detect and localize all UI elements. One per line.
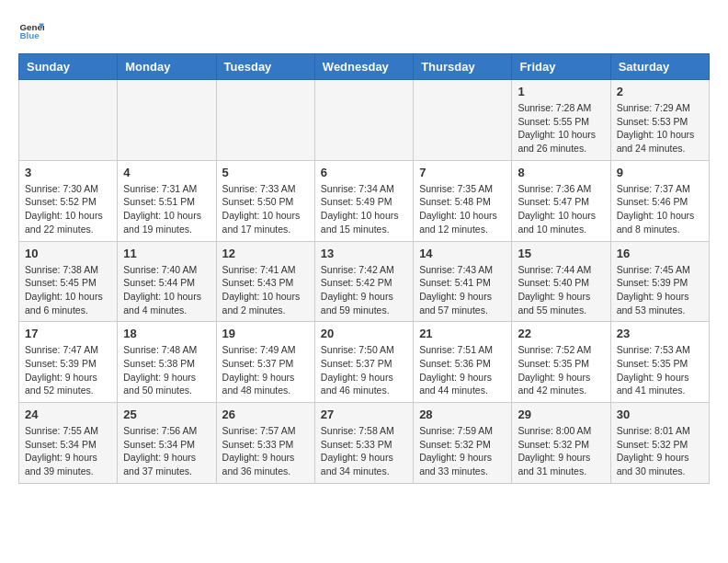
day-number: 14 bbox=[419, 247, 506, 260]
day-number: 13 bbox=[321, 247, 407, 260]
day-info: Sunrise: 7:28 AM Sunset: 5:55 PM Dayligh… bbox=[518, 101, 604, 155]
day-number: 30 bbox=[617, 408, 703, 421]
calendar-cell: 25Sunrise: 7:56 AM Sunset: 5:34 PM Dayli… bbox=[118, 403, 216, 484]
day-info: Sunrise: 7:59 AM Sunset: 5:32 PM Dayligh… bbox=[419, 424, 506, 478]
day-number: 18 bbox=[123, 327, 210, 340]
day-number: 9 bbox=[617, 166, 703, 179]
day-number: 7 bbox=[419, 166, 506, 179]
day-number: 17 bbox=[25, 327, 111, 340]
day-info: Sunrise: 7:35 AM Sunset: 5:48 PM Dayligh… bbox=[419, 182, 506, 236]
day-of-week-header: Tuesday bbox=[216, 54, 314, 80]
day-info: Sunrise: 7:50 AM Sunset: 5:37 PM Dayligh… bbox=[321, 343, 407, 397]
day-number: 22 bbox=[518, 327, 604, 340]
header: General Blue bbox=[18, 18, 710, 44]
logo: General Blue bbox=[18, 18, 48, 44]
calendar-cell: 14Sunrise: 7:43 AM Sunset: 5:41 PM Dayli… bbox=[414, 241, 512, 322]
day-of-week-header: Wednesday bbox=[314, 54, 413, 80]
day-info: Sunrise: 7:58 AM Sunset: 5:33 PM Dayligh… bbox=[321, 424, 407, 478]
day-number: 24 bbox=[25, 408, 111, 421]
day-of-week-header: Sunday bbox=[19, 54, 118, 80]
day-number: 3 bbox=[25, 166, 111, 179]
calendar-cell: 17Sunrise: 7:47 AM Sunset: 5:39 PM Dayli… bbox=[19, 322, 118, 403]
day-number: 8 bbox=[518, 166, 604, 179]
calendar-cell: 21Sunrise: 7:51 AM Sunset: 5:36 PM Dayli… bbox=[414, 322, 512, 403]
calendar-cell: 10Sunrise: 7:38 AM Sunset: 5:45 PM Dayli… bbox=[19, 241, 118, 322]
day-info: Sunrise: 7:51 AM Sunset: 5:36 PM Dayligh… bbox=[419, 343, 506, 397]
calendar-cell: 30Sunrise: 8:01 AM Sunset: 5:32 PM Dayli… bbox=[610, 403, 709, 484]
calendar-cell: 19Sunrise: 7:49 AM Sunset: 5:37 PM Dayli… bbox=[216, 322, 314, 403]
calendar-cell: 18Sunrise: 7:48 AM Sunset: 5:38 PM Dayli… bbox=[118, 322, 216, 403]
day-info: Sunrise: 7:43 AM Sunset: 5:41 PM Dayligh… bbox=[419, 263, 506, 317]
day-number: 15 bbox=[518, 247, 604, 260]
day-number: 25 bbox=[123, 408, 210, 421]
calendar-cell: 29Sunrise: 8:00 AM Sunset: 5:32 PM Dayli… bbox=[512, 403, 610, 484]
day-number: 16 bbox=[617, 247, 703, 260]
calendar-cell: 26Sunrise: 7:57 AM Sunset: 5:33 PM Dayli… bbox=[216, 403, 314, 484]
day-of-week-header: Friday bbox=[512, 54, 610, 80]
calendar-cell: 23Sunrise: 7:53 AM Sunset: 5:35 PM Dayli… bbox=[610, 322, 709, 403]
calendar-cell: 15Sunrise: 7:44 AM Sunset: 5:40 PM Dayli… bbox=[512, 241, 610, 322]
calendar-cell: 22Sunrise: 7:52 AM Sunset: 5:35 PM Dayli… bbox=[512, 322, 610, 403]
day-number: 6 bbox=[321, 166, 407, 179]
calendar-cell: 20Sunrise: 7:50 AM Sunset: 5:37 PM Dayli… bbox=[314, 322, 413, 403]
day-of-week-header: Monday bbox=[118, 54, 216, 80]
day-number: 11 bbox=[123, 247, 210, 260]
calendar-cell: 12Sunrise: 7:41 AM Sunset: 5:43 PM Dayli… bbox=[216, 241, 314, 322]
day-info: Sunrise: 7:56 AM Sunset: 5:34 PM Dayligh… bbox=[123, 424, 210, 478]
day-info: Sunrise: 7:37 AM Sunset: 5:46 PM Dayligh… bbox=[617, 182, 703, 236]
day-info: Sunrise: 7:40 AM Sunset: 5:44 PM Dayligh… bbox=[123, 263, 210, 317]
day-number: 12 bbox=[222, 247, 309, 260]
logo-icon: General Blue bbox=[18, 18, 44, 44]
calendar-cell: 6Sunrise: 7:34 AM Sunset: 5:49 PM Daylig… bbox=[314, 160, 413, 241]
day-info: Sunrise: 7:45 AM Sunset: 5:39 PM Dayligh… bbox=[617, 263, 703, 317]
calendar-cell: 27Sunrise: 7:58 AM Sunset: 5:33 PM Dayli… bbox=[314, 403, 413, 484]
calendar-cell: 16Sunrise: 7:45 AM Sunset: 5:39 PM Dayli… bbox=[610, 241, 709, 322]
day-number: 2 bbox=[617, 85, 703, 98]
day-info: Sunrise: 7:57 AM Sunset: 5:33 PM Dayligh… bbox=[222, 424, 309, 478]
calendar-cell: 5Sunrise: 7:33 AM Sunset: 5:50 PM Daylig… bbox=[216, 160, 314, 241]
day-info: Sunrise: 7:33 AM Sunset: 5:50 PM Dayligh… bbox=[222, 182, 309, 236]
calendar-cell: 3Sunrise: 7:30 AM Sunset: 5:52 PM Daylig… bbox=[19, 160, 118, 241]
day-number: 1 bbox=[518, 85, 604, 98]
calendar-cell bbox=[19, 80, 118, 161]
day-number: 5 bbox=[222, 166, 309, 179]
day-number: 26 bbox=[222, 408, 309, 421]
calendar-cell: 13Sunrise: 7:42 AM Sunset: 5:42 PM Dayli… bbox=[314, 241, 413, 322]
calendar-cell bbox=[414, 80, 512, 161]
day-info: Sunrise: 7:38 AM Sunset: 5:45 PM Dayligh… bbox=[25, 263, 111, 317]
day-info: Sunrise: 7:52 AM Sunset: 5:35 PM Dayligh… bbox=[518, 343, 604, 397]
calendar-cell: 11Sunrise: 7:40 AM Sunset: 5:44 PM Dayli… bbox=[118, 241, 216, 322]
svg-text:Blue: Blue bbox=[19, 30, 40, 40]
calendar-cell: 9Sunrise: 7:37 AM Sunset: 5:46 PM Daylig… bbox=[610, 160, 709, 241]
day-info: Sunrise: 8:00 AM Sunset: 5:32 PM Dayligh… bbox=[518, 424, 604, 478]
calendar-cell: 2Sunrise: 7:29 AM Sunset: 5:53 PM Daylig… bbox=[610, 80, 709, 161]
day-info: Sunrise: 7:55 AM Sunset: 5:34 PM Dayligh… bbox=[25, 424, 111, 478]
day-number: 27 bbox=[321, 408, 407, 421]
day-info: Sunrise: 7:48 AM Sunset: 5:38 PM Dayligh… bbox=[123, 343, 210, 397]
day-number: 28 bbox=[419, 408, 506, 421]
day-number: 20 bbox=[321, 327, 407, 340]
calendar-cell: 1Sunrise: 7:28 AM Sunset: 5:55 PM Daylig… bbox=[512, 80, 610, 161]
day-number: 29 bbox=[518, 408, 604, 421]
day-info: Sunrise: 7:29 AM Sunset: 5:53 PM Dayligh… bbox=[617, 101, 703, 155]
day-number: 23 bbox=[617, 327, 703, 340]
calendar-cell: 28Sunrise: 7:59 AM Sunset: 5:32 PM Dayli… bbox=[414, 403, 512, 484]
day-info: Sunrise: 7:47 AM Sunset: 5:39 PM Dayligh… bbox=[25, 343, 111, 397]
calendar-cell bbox=[314, 80, 413, 161]
day-number: 21 bbox=[419, 327, 506, 340]
day-number: 19 bbox=[222, 327, 309, 340]
day-info: Sunrise: 7:53 AM Sunset: 5:35 PM Dayligh… bbox=[617, 343, 703, 397]
day-number: 10 bbox=[25, 247, 111, 260]
calendar-cell: 4Sunrise: 7:31 AM Sunset: 5:51 PM Daylig… bbox=[118, 160, 216, 241]
day-info: Sunrise: 7:36 AM Sunset: 5:47 PM Dayligh… bbox=[518, 182, 604, 236]
calendar-cell: 24Sunrise: 7:55 AM Sunset: 5:34 PM Dayli… bbox=[19, 403, 118, 484]
day-info: Sunrise: 7:44 AM Sunset: 5:40 PM Dayligh… bbox=[518, 263, 604, 317]
calendar-cell: 8Sunrise: 7:36 AM Sunset: 5:47 PM Daylig… bbox=[512, 160, 610, 241]
day-of-week-header: Saturday bbox=[610, 54, 709, 80]
day-info: Sunrise: 7:31 AM Sunset: 5:51 PM Dayligh… bbox=[123, 182, 210, 236]
day-number: 4 bbox=[123, 166, 210, 179]
calendar-cell bbox=[216, 80, 314, 161]
day-info: Sunrise: 7:30 AM Sunset: 5:52 PM Dayligh… bbox=[25, 182, 111, 236]
day-info: Sunrise: 7:41 AM Sunset: 5:43 PM Dayligh… bbox=[222, 263, 309, 317]
calendar-cell: 7Sunrise: 7:35 AM Sunset: 5:48 PM Daylig… bbox=[414, 160, 512, 241]
